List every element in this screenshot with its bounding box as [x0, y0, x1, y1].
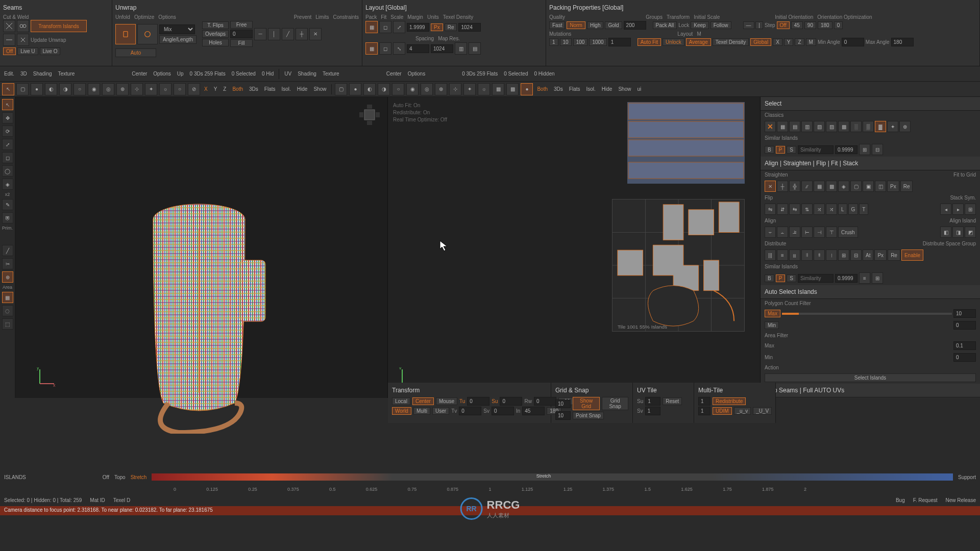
tool-k-icon[interactable]: ✂ — [2, 258, 13, 269]
dist-c-icon[interactable]: ⫼ — [789, 249, 800, 261]
center-b-icon[interactable]: ✦ — [145, 83, 157, 95]
max-angle-input[interactable] — [891, 38, 914, 46]
fit-px-button[interactable]: Px — [887, 181, 899, 192]
straighten-c-icon[interactable]: ╬ — [789, 181, 800, 192]
tool-m-icon[interactable]: ▦ — [2, 292, 13, 303]
fill-button[interactable]: Fill — [230, 39, 253, 47]
area-min-input[interactable] — [953, 353, 976, 362]
stack-a-icon[interactable]: ◂ — [940, 204, 951, 215]
nav-cube[interactable] — [357, 102, 382, 128]
rotate-tool-icon[interactable]: ⟳ — [2, 126, 13, 137]
align-e-icon[interactable]: ⊣ — [814, 227, 825, 238]
constraint-a-icon[interactable]: ─ — [254, 28, 266, 40]
auto-fit-button[interactable]: Auto Fit — [638, 38, 661, 46]
poly-min-button[interactable]: Min — [765, 321, 779, 329]
new-release-link[interactable]: New Release — [946, 497, 976, 503]
t-button[interactable]: T — [859, 204, 868, 215]
viewport-3d[interactable]: y x — [15, 97, 388, 398]
uv1-button[interactable]: _u_v — [734, 407, 751, 415]
light-icon[interactable]: ☼ — [159, 83, 172, 95]
ai-b-icon[interactable]: ◨ — [952, 227, 964, 238]
fit-re-button[interactable]: Re — [900, 181, 913, 192]
fit-b-icon[interactable]: ▣ — [863, 181, 874, 192]
auto-button[interactable]: Auto — [115, 48, 156, 57]
s2-button[interactable]: S — [787, 274, 796, 282]
multi-button[interactable]: Multi — [413, 407, 430, 415]
similarity-2-value[interactable] — [835, 274, 857, 283]
dist-a-icon[interactable]: ||| — [765, 249, 776, 261]
unfold-icon[interactable] — [115, 24, 136, 44]
point-snap-button[interactable]: Point Snap — [573, 412, 604, 419]
ds-a-icon[interactable]: ⊞ — [838, 249, 849, 261]
bug-link[interactable]: Bug — [896, 497, 905, 503]
g-button[interactable]: G — [848, 204, 859, 215]
su-input[interactable] — [500, 397, 522, 406]
fit-b-icon[interactable]: ◻ — [379, 42, 391, 55]
classic-d-icon[interactable]: ▧ — [814, 121, 825, 132]
uv-hide-toggle[interactable]: Hide — [600, 86, 615, 92]
grid-v-input[interactable] — [555, 411, 571, 420]
dist-e-icon[interactable]: ⫵ — [814, 249, 825, 261]
poly-max-input[interactable] — [953, 309, 976, 318]
shade-d-icon[interactable]: ○ — [74, 83, 86, 95]
td-input[interactable] — [458, 23, 481, 32]
tool-o-icon[interactable]: ⬚ — [2, 318, 13, 330]
circle-icon[interactable]: ○ — [174, 83, 186, 95]
straighten-g-icon[interactable]: ◈ — [838, 181, 849, 192]
redistribute-button[interactable]: Redistribute — [713, 397, 746, 405]
flip-e-icon[interactable]: ⤭ — [814, 204, 825, 215]
frequest-link[interactable]: F. Request — [913, 497, 938, 503]
classic-c-icon[interactable]: ▥ — [801, 121, 813, 132]
shade-c-icon[interactable]: ◑ — [59, 83, 71, 95]
straighten-b-icon[interactable]: ┼ — [777, 181, 788, 192]
keep-button[interactable]: Keep — [691, 21, 708, 29]
shade-f-icon[interactable]: ◎ — [102, 83, 114, 95]
x-axis-button[interactable]: X — [773, 38, 782, 46]
shade-a-icon[interactable]: ● — [31, 83, 43, 95]
pack-b-icon[interactable]: ▦ — [365, 42, 378, 55]
hide-toggle[interactable]: Hide — [295, 86, 310, 92]
global-button[interactable]: Global — [750, 38, 771, 46]
area-max-input[interactable] — [953, 341, 976, 350]
s-button[interactable]: S — [787, 146, 796, 154]
m-axis-button[interactable]: M — [806, 38, 816, 46]
holes-button[interactable]: Holes — [202, 39, 229, 46]
follow-button[interactable]: Follow — [710, 21, 731, 29]
frame-icon[interactable]: ▢ — [16, 83, 29, 95]
reset-button[interactable]: Reset — [663, 397, 682, 405]
off-button[interactable]: Off — [103, 474, 109, 480]
flip-b-icon[interactable]: ⇵ — [777, 204, 788, 215]
enable-button[interactable]: Enable — [901, 249, 923, 261]
constraint-d-icon[interactable]: ┼ — [296, 28, 308, 40]
constraint-b-icon[interactable]: │ — [268, 28, 280, 40]
px-button[interactable]: Px — [431, 23, 443, 31]
uv-shade-f-icon[interactable]: ◎ — [421, 83, 433, 95]
poly-min-input[interactable] — [953, 321, 976, 330]
tflips-button[interactable]: T. Flips — [202, 21, 229, 29]
select-islands-button[interactable]: Select Islands — [765, 373, 976, 382]
flip-a-icon[interactable]: ⇋ — [765, 204, 776, 215]
stack-b-icon[interactable]: ▸ — [952, 204, 964, 215]
step-45-button[interactable]: 45 — [791, 21, 803, 29]
at-button[interactable]: At — [863, 249, 873, 261]
stretch-button[interactable]: Stretch — [131, 474, 147, 480]
ai-a-icon[interactable]: ◧ — [940, 227, 951, 238]
b-button[interactable]: B — [765, 146, 774, 154]
both-toggle[interactable]: Both — [230, 86, 245, 92]
uv-isol-toggle[interactable]: Isol. — [584, 86, 597, 92]
tool-j-icon[interactable]: ╱ — [2, 245, 13, 256]
select-tool-icon[interactable]: ↖ — [2, 99, 13, 110]
mut-10-button[interactable]: 10 — [560, 38, 572, 46]
dist-d-icon[interactable]: ⫴ — [801, 249, 813, 261]
move-tool-icon[interactable]: ✥ — [2, 112, 13, 123]
uv-shade-g-icon[interactable]: ⊕ — [435, 83, 447, 95]
off-button[interactable]: Off — [3, 47, 16, 55]
uv-center-b-icon[interactable]: ✦ — [463, 83, 476, 95]
seam-tool-b-icon[interactable] — [17, 34, 29, 46]
constraint-e-icon[interactable]: ✕ — [309, 28, 322, 40]
mut-1000-button[interactable]: 1000 — [589, 38, 606, 46]
nocircle-icon[interactable]: ⊘ — [188, 83, 200, 95]
tool-f-icon[interactable]: ◯ — [2, 165, 13, 177]
3ds-toggle[interactable]: 3Ds — [247, 86, 260, 92]
pack-all-button[interactable]: Pack All — [653, 21, 677, 29]
